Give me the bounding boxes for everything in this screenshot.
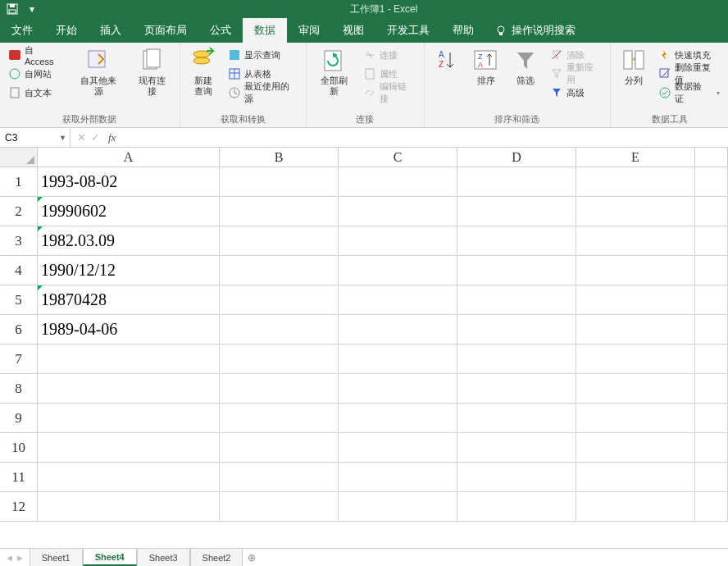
connections-button[interactable]: 连接	[360, 46, 418, 64]
cell-A2[interactable]: 19990602	[38, 197, 220, 226]
sort-button[interactable]: ZA 排序	[468, 46, 504, 112]
cell-D8[interactable]	[457, 374, 576, 404]
cell-F6[interactable]	[695, 315, 728, 345]
tab-formulas[interactable]: 公式	[198, 18, 243, 43]
cell-E3[interactable]	[576, 226, 695, 256]
cell-F4[interactable]	[695, 256, 728, 285]
tab-file[interactable]: 文件	[0, 18, 44, 43]
row-header[interactable]: 3	[0, 226, 38, 256]
cell-D2[interactable]	[457, 197, 576, 226]
cell-A3[interactable]: 1982.03.09	[38, 226, 220, 256]
formula-input[interactable]	[122, 129, 728, 147]
cell-A1[interactable]: 1993-08-02	[38, 167, 220, 197]
cell-F1[interactable]	[695, 167, 728, 197]
cell-F8[interactable]	[695, 374, 728, 404]
filter-button[interactable]: 筛选	[507, 46, 544, 112]
cell-C12[interactable]	[339, 492, 457, 522]
cell-A9[interactable]	[38, 404, 220, 433]
nav-next-icon[interactable]: ►	[16, 553, 25, 563]
text-to-columns-button[interactable]: 分列	[616, 46, 652, 112]
col-header-A[interactable]: A	[38, 148, 220, 167]
data-validation-button[interactable]: 数据验证▾	[655, 84, 723, 102]
sheet-tab-Sheet2[interactable]: Sheet2	[190, 548, 243, 566]
cell-F11[interactable]	[695, 463, 728, 492]
cell-A6[interactable]: 1989-04-06	[38, 315, 220, 345]
cell-F12[interactable]	[695, 492, 728, 522]
cell-B7[interactable]	[220, 345, 339, 374]
cell-A10[interactable]	[38, 433, 220, 463]
cell-D1[interactable]	[457, 167, 576, 197]
cell-B1[interactable]	[220, 167, 339, 197]
cell-F2[interactable]	[695, 197, 728, 226]
cell-C11[interactable]	[339, 463, 457, 492]
cell-D4[interactable]	[457, 256, 576, 285]
cell-E10[interactable]	[576, 433, 695, 463]
cell-A4[interactable]: 1990/12/12	[38, 256, 220, 285]
add-sheet-button[interactable]: ⊕	[243, 552, 261, 564]
row-header[interactable]: 2	[0, 197, 38, 226]
cell-E7[interactable]	[576, 345, 695, 374]
sheet-tab-Sheet3[interactable]: Sheet3	[137, 548, 190, 566]
sheet-tab-Sheet4[interactable]: Sheet4	[83, 548, 137, 566]
cell-C4[interactable]	[339, 256, 457, 285]
cell-C2[interactable]	[339, 197, 457, 226]
cell-B12[interactable]	[220, 492, 339, 522]
cell-A11[interactable]	[38, 463, 220, 492]
cell-F5[interactable]	[695, 285, 728, 315]
tab-layout[interactable]: 页面布局	[133, 18, 198, 43]
cell-E12[interactable]	[576, 492, 695, 522]
new-query-button[interactable]: 新建 查询	[185, 46, 221, 112]
customize-qat-icon[interactable]: ▾	[25, 2, 39, 16]
tell-me[interactable]: 操作说明搜索	[495, 23, 576, 38]
cell-C6[interactable]	[339, 315, 457, 345]
cell-B2[interactable]	[220, 197, 339, 226]
row-header[interactable]: 4	[0, 256, 38, 285]
select-all-corner[interactable]	[0, 148, 38, 167]
sheet-tab-Sheet1[interactable]: Sheet1	[30, 548, 83, 566]
name-box-dropdown-icon[interactable]: ▼	[59, 134, 66, 142]
cell-A12[interactable]	[38, 492, 220, 522]
cell-B10[interactable]	[220, 433, 339, 463]
recent-sources-button[interactable]: 最近使用的源	[225, 84, 301, 102]
cell-E9[interactable]	[576, 404, 695, 433]
cell-B8[interactable]	[220, 374, 339, 404]
existing-connections-button[interactable]: 现有连接	[129, 46, 175, 112]
cell-D12[interactable]	[457, 492, 576, 522]
cell-C1[interactable]	[339, 167, 457, 197]
fx-icon[interactable]: fx	[108, 131, 116, 144]
row-header[interactable]: 6	[0, 315, 38, 345]
cell-C10[interactable]	[339, 433, 457, 463]
cell-D7[interactable]	[457, 345, 576, 374]
cell-A5[interactable]: 19870428	[38, 285, 220, 315]
cell-D10[interactable]	[457, 433, 576, 463]
row-header[interactable]: 10	[0, 433, 38, 463]
cell-D9[interactable]	[457, 404, 576, 433]
tab-data[interactable]: 数据	[243, 18, 287, 43]
cell-F7[interactable]	[695, 345, 728, 374]
cell-E5[interactable]	[576, 285, 695, 315]
row-header[interactable]: 7	[0, 345, 38, 374]
save-icon[interactable]	[5, 2, 20, 16]
name-box[interactable]: C3 ▼	[0, 129, 71, 147]
tab-review[interactable]: 审阅	[287, 18, 331, 43]
tab-help[interactable]: 帮助	[441, 18, 485, 43]
cell-B6[interactable]	[220, 315, 339, 345]
cell-D6[interactable]	[457, 315, 576, 345]
tab-home[interactable]: 开始	[44, 18, 89, 43]
cell-B4[interactable]	[220, 256, 339, 285]
cell-C3[interactable]	[339, 226, 457, 256]
from-other-sources-button[interactable]: 自其他来源	[71, 46, 125, 112]
cell-D5[interactable]	[457, 285, 576, 315]
col-header-B[interactable]: B	[220, 148, 339, 167]
tab-insert[interactable]: 插入	[89, 18, 133, 43]
cell-E6[interactable]	[576, 315, 695, 345]
cell-F9[interactable]	[695, 404, 728, 433]
col-header-partial[interactable]	[695, 148, 728, 167]
row-header[interactable]: 9	[0, 404, 38, 433]
cell-A8[interactable]	[38, 374, 220, 404]
cell-C7[interactable]	[339, 345, 457, 374]
cell-C9[interactable]	[339, 404, 457, 433]
cell-F3[interactable]	[695, 226, 728, 256]
cell-D3[interactable]	[457, 226, 576, 256]
cell-E4[interactable]	[576, 256, 695, 285]
